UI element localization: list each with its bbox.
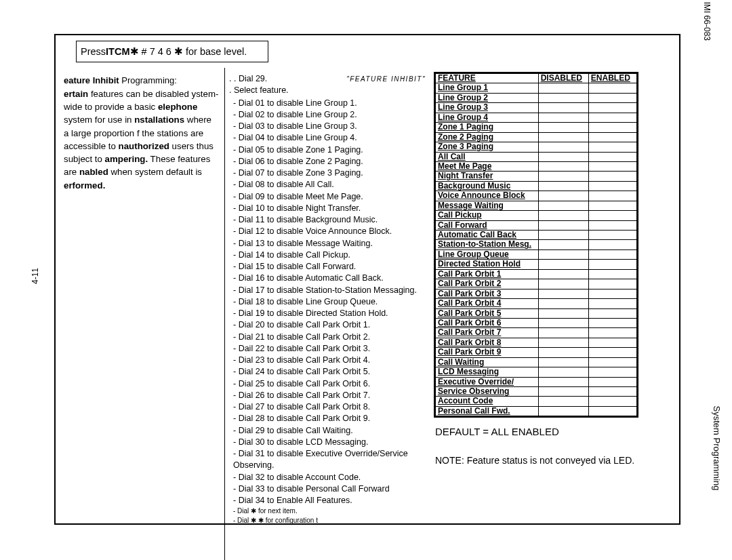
header-bold: ITCM bbox=[106, 46, 129, 57]
feature-name: Line Group 2 bbox=[435, 93, 539, 102]
dial-step: Dial 02 to disable Line Group 2. bbox=[233, 109, 426, 121]
default-text: DEFAULT = ALL ENABLED bbox=[434, 426, 674, 437]
table-row: LCD Messaging bbox=[435, 367, 638, 377]
enabled-cell bbox=[588, 172, 637, 181]
disabled-cell bbox=[538, 240, 588, 249]
disabled-cell bbox=[538, 211, 588, 220]
dial-step: Dial 32 to disable Account Code. bbox=[233, 472, 426, 483]
feature-name: Message Waiting bbox=[435, 201, 539, 210]
dial-step: Dial 14 to disable Call Pickup. bbox=[233, 249, 426, 261]
table-row: Line Group 2 bbox=[435, 93, 638, 102]
enabled-cell bbox=[588, 161, 637, 171]
dial-step: Dial 19 to disable Directed Station Hold… bbox=[233, 308, 426, 319]
enabled-cell bbox=[588, 93, 637, 102]
feature-name: Call Pickup bbox=[435, 211, 539, 220]
dial-step: Dial 16 to disable Automatic Call Back. bbox=[233, 273, 426, 284]
disabled-cell bbox=[538, 113, 588, 122]
feature-name: Zone 1 Paging bbox=[435, 123, 539, 132]
disabled-cell bbox=[538, 279, 588, 289]
dial-step: Dial 28 to disable Call Park Orbit 9. bbox=[233, 413, 426, 424]
feature-name: Line Group Queue bbox=[435, 249, 539, 259]
disabled-cell bbox=[538, 231, 588, 240]
disabled-cell bbox=[538, 387, 588, 397]
dial-step: Dial ✱ for next item. bbox=[233, 506, 426, 516]
col2-top1: . Dial 29. "FEATURE INHIBIT" bbox=[229, 73, 426, 85]
feature-name: Service Observing bbox=[435, 387, 539, 397]
dial-step: Dial 08 to disable All Call. bbox=[233, 179, 426, 191]
enabled-cell bbox=[588, 260, 637, 269]
dial-step: Dial 24 to disable Call Park Orbit 5. bbox=[233, 366, 426, 378]
dial-step: Dial 34 to Enable All Features. bbox=[233, 495, 426, 506]
feature-name: Line Group 3 bbox=[435, 103, 539, 113]
table-row: Call Park Orbit 7 bbox=[435, 328, 638, 338]
col1-body: ertain features can be disabled ystem-wi… bbox=[64, 87, 219, 192]
disabled-cell bbox=[538, 377, 588, 386]
feature-name: Executive Override/ bbox=[435, 377, 539, 386]
table-row: Line Group Queue bbox=[435, 249, 638, 259]
dial-step: Dial 29 to disable Call Waiting. bbox=[233, 425, 426, 437]
enabled-cell bbox=[588, 348, 637, 357]
enabled-cell bbox=[588, 191, 637, 201]
dial-step: Dial 09 to disable Meet Me Page. bbox=[233, 191, 426, 203]
table-row: Line Group 4 bbox=[435, 113, 638, 122]
column-feature-table: FEATURE DISABLED ENABLED Line Group 1Lin… bbox=[430, 68, 674, 560]
disabled-cell bbox=[538, 123, 588, 132]
dial-step: Dial 21 to disable Call Park Orbit 2. bbox=[233, 332, 426, 343]
disabled-cell bbox=[538, 269, 588, 279]
disabled-cell bbox=[538, 289, 588, 298]
dial-step: Dial 05 to disable Zone 1 Paging. bbox=[233, 144, 426, 156]
feature-name: All Call bbox=[435, 152, 539, 161]
disabled-cell bbox=[538, 260, 588, 269]
content-columns: eature Inhibit Programming: ertain featu… bbox=[54, 68, 678, 560]
feature-name: Call Park Orbit 3 bbox=[435, 289, 539, 298]
dial-step: Dial 17 to disable Station-to-Station Me… bbox=[233, 285, 426, 296]
th-disabled: DISABLED bbox=[538, 73, 588, 83]
table-row: Executive Override/ bbox=[435, 377, 638, 386]
enabled-cell bbox=[588, 113, 637, 122]
table-row: Personal Call Fwd. bbox=[435, 406, 638, 416]
enabled-cell bbox=[588, 299, 637, 308]
disabled-cell bbox=[538, 142, 588, 152]
note-text: NOTE: Feature status is not conveyed via… bbox=[434, 455, 674, 466]
header-rest: ✱ # 7 4 6 ✱ for base level. bbox=[130, 46, 247, 57]
dial-step: Dial 06 to disable Zone 2 Paging. bbox=[233, 156, 426, 167]
enabled-cell bbox=[588, 328, 637, 338]
feature-name: Background Music bbox=[435, 181, 539, 191]
enabled-cell bbox=[588, 367, 637, 377]
table-row: Call Park Orbit 9 bbox=[435, 348, 638, 357]
dial-step: Dial 30 to disable LCD Messaging. bbox=[233, 437, 426, 448]
enabled-cell bbox=[588, 338, 637, 347]
dial-step: Dial 31 to disable Executive Override/Se… bbox=[233, 448, 426, 472]
disabled-cell bbox=[538, 181, 588, 191]
feature-name: Call Park Orbit 4 bbox=[435, 299, 539, 308]
enabled-cell bbox=[588, 249, 637, 259]
dial-step: Dial 01 to disable Line Group 1. bbox=[233, 98, 426, 109]
table-row: Zone 2 Paging bbox=[435, 132, 638, 142]
table-row: Call Park Orbit 3 bbox=[435, 289, 638, 298]
doc-id: IMI 66-083 bbox=[702, 2, 712, 41]
enabled-cell bbox=[588, 397, 637, 406]
enabled-cell bbox=[588, 357, 637, 367]
feature-name: Call Park Orbit 9 bbox=[435, 348, 539, 357]
enabled-cell bbox=[588, 387, 637, 397]
table-row: Automatic Call Back bbox=[435, 231, 638, 240]
disabled-cell bbox=[538, 328, 588, 338]
enabled-cell bbox=[588, 308, 637, 318]
feature-name: Call Park Orbit 7 bbox=[435, 328, 539, 338]
enabled-cell bbox=[588, 406, 637, 416]
disabled-cell bbox=[538, 220, 588, 230]
enabled-cell bbox=[588, 318, 637, 327]
feature-name: Meet Me Page bbox=[435, 161, 539, 171]
table-row: Background Music bbox=[435, 181, 638, 191]
dial-step: Dial 04 to disable Line Group 4. bbox=[233, 132, 426, 144]
feature-name: Call Park Orbit 8 bbox=[435, 338, 539, 347]
feature-name: Directed Station Hold bbox=[435, 260, 539, 269]
enabled-cell bbox=[588, 220, 637, 230]
th-enabled: ENABLED bbox=[588, 73, 637, 83]
enabled-cell bbox=[588, 240, 637, 249]
feature-name: Account Code bbox=[435, 397, 539, 406]
enabled-cell bbox=[588, 132, 637, 142]
enabled-cell bbox=[588, 377, 637, 386]
enabled-cell bbox=[588, 269, 637, 279]
dial-step: Dail 22 to disable Call Park Orbit 3. bbox=[233, 343, 426, 355]
